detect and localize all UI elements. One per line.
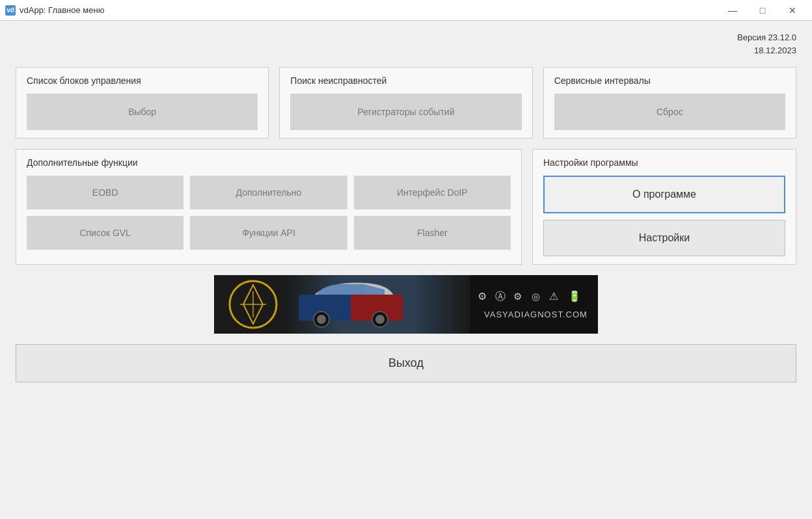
svg-rect-12 [470, 275, 598, 334]
section-control-units-title: Список блоков управления [27, 75, 258, 86]
additional-functions-title: Дополнительные функции [27, 157, 511, 168]
additional-buttons-grid: EOBD Дополнительно Интерфейс DoIP Список… [27, 176, 511, 250]
doip-button[interactable]: Интерфейс DoIP [354, 176, 511, 209]
svg-text:⚙: ⚙ [478, 291, 487, 302]
settings-buttons: О программе Настройки [543, 176, 785, 256]
eobd-button[interactable]: EOBD [27, 176, 183, 209]
svg-text:VASYADIAGNOST.COM: VASYADIAGNOST.COM [484, 310, 588, 319]
svg-text:◎: ◎ [532, 291, 540, 302]
section-additional-functions: Дополнительные функции EOBD Дополнительн… [16, 149, 522, 265]
window-title: vdApp: Главное меню [20, 5, 104, 15]
svg-text:Ⓐ: Ⓐ [495, 291, 506, 302]
app-icon: vd [5, 5, 16, 16]
svg-text:⚠: ⚠ [549, 291, 558, 302]
exit-section: Выход [16, 344, 796, 382]
title-bar-controls: — □ ✕ [718, 1, 807, 20]
section-service-intervals: Сервисные интервалы Сброс [543, 67, 796, 139]
minimize-button[interactable]: — [718, 1, 747, 20]
banner-area: ⚙ Ⓐ ⚙ ◎ ⚠ 🔋 VASYADIAGNOST.COM [16, 275, 796, 334]
svg-point-10 [317, 315, 326, 324]
exit-button[interactable]: Выход [16, 344, 796, 382]
svg-text:⚙: ⚙ [513, 291, 522, 302]
program-settings-title: Настройки программы [543, 157, 785, 168]
section-program-settings: Настройки программы О программе Настройк… [532, 149, 796, 265]
close-button[interactable]: ✕ [778, 1, 807, 20]
section-service-intervals-title: Сервисные интервалы [554, 75, 785, 86]
settings-button[interactable]: Настройки [543, 220, 785, 256]
api-functions-button[interactable]: Функции API [190, 216, 347, 250]
extra-button[interactable]: Дополнительно [190, 176, 347, 209]
version-info: Версия 23.12.0 18.12.2023 [16, 31, 796, 57]
title-bar: vd vdApp: Главное меню — □ ✕ [0, 0, 812, 21]
main-content: Версия 23.12.0 18.12.2023 Список блоков … [0, 21, 812, 393]
version-line2: 18.12.2023 [16, 44, 796, 57]
gvl-list-button[interactable]: Список GVL [27, 216, 183, 250]
svg-point-11 [375, 315, 385, 324]
title-bar-left: vd vdApp: Главное меню [5, 5, 104, 16]
bottom-sections-row: Дополнительные функции EOBD Дополнительн… [16, 149, 796, 265]
version-line1: Версия 23.12.0 [16, 31, 796, 44]
section-fault-search-title: Поиск неисправностей [290, 75, 521, 86]
section-fault-search: Поиск неисправностей Регистраторы событи… [279, 67, 532, 139]
top-sections-row: Список блоков управления Выбор Поиск неи… [16, 67, 796, 139]
banner[interactable]: ⚙ Ⓐ ⚙ ◎ ⚠ 🔋 VASYADIAGNOST.COM [214, 275, 598, 334]
reset-button[interactable]: Сброс [554, 94, 785, 130]
about-button[interactable]: О программе [543, 176, 785, 213]
svg-text:🔋: 🔋 [568, 290, 581, 302]
flasher-button[interactable]: Flasher [354, 216, 511, 250]
section-control-units: Список блоков управления Выбор [16, 67, 269, 139]
restore-button[interactable]: □ [748, 1, 777, 20]
event-loggers-button[interactable]: Регистраторы событий [290, 94, 521, 130]
select-button[interactable]: Выбор [27, 94, 258, 130]
